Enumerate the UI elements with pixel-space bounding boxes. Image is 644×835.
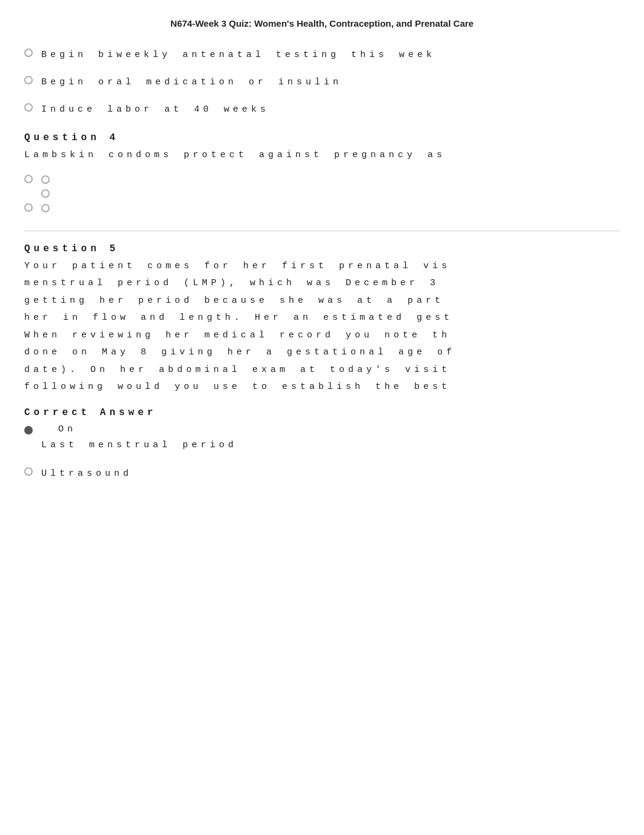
option-4a[interactable] [24,173,620,184]
question-4-heading: Question 4 [24,132,620,143]
correct-option-5a-text: Last menstrual period [41,440,237,450]
question-4-body: Lambskin condoms protect against pregnan… [24,147,620,164]
option-3c-text: Induce labor at 40 weeks [41,101,269,118]
radio-4b[interactable] [41,189,50,198]
radio-3c[interactable] [24,103,33,112]
option-3c[interactable]: Induce labor at 40 weeks [24,101,620,118]
correct-option-5b-text: Ultrasound [41,465,132,482]
option-4b[interactable] [41,188,620,198]
question-4-section: Question 4 Lambskin condoms protect agai… [24,132,620,212]
on-label: On [58,424,237,434]
correct-option-5a[interactable]: On Last menstrual period [24,424,620,453]
question-3-options: Begin biweekly antenatal testing this we… [24,47,620,118]
radio-5a[interactable] [24,426,33,434]
option-3b-text: Begin oral medication or insulin [41,74,342,90]
section-divider-4-5 [24,231,620,231]
radio-4a-sub[interactable] [41,175,50,184]
option-4c[interactable] [24,201,620,212]
radio-4c[interactable] [24,203,33,212]
radio-4c-sub[interactable] [41,204,50,212]
q4-options-block [24,173,620,212]
radio-3b[interactable] [24,76,33,84]
correct-option-5b[interactable]: Ultrasound [24,465,620,482]
correct-answer-label: Correct Answer [24,407,620,418]
radio-5b[interactable] [24,467,33,476]
radio-3a[interactable] [24,49,33,57]
option-3a-text: Begin biweekly antenatal testing this we… [41,47,435,63]
option-3a[interactable]: Begin biweekly antenatal testing this we… [24,47,620,63]
question-5-section: Question 5 Your patient comes for her fi… [24,243,620,482]
question-5-heading: Question 5 [24,243,620,254]
question-5-body: Your patient comes for her first prenata… [24,258,620,396]
option-3b[interactable]: Begin oral medication or insulin [24,74,620,90]
page-title: N674-Week 3 Quiz: Women's Health, Contra… [24,18,620,29]
radio-4a[interactable] [24,175,33,183]
